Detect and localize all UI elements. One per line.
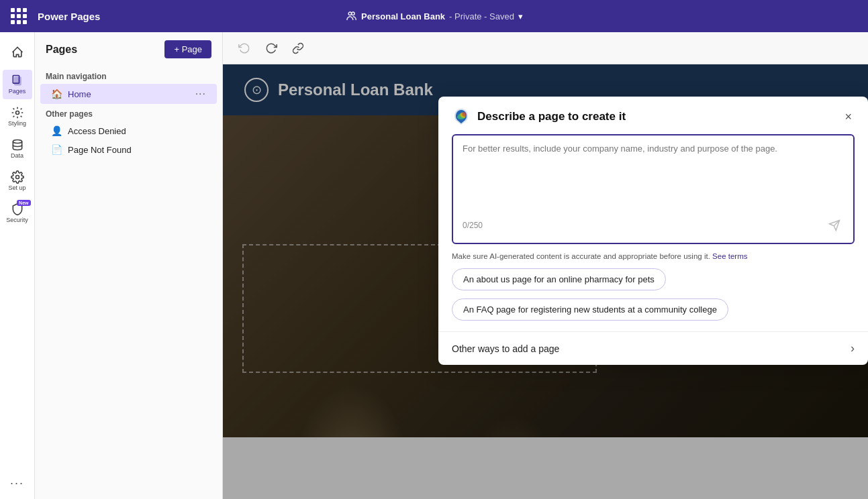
data-icon: [11, 138, 24, 152]
sidebar-security-label: Security: [6, 217, 28, 224]
sidebar-styling-label: Styling: [8, 121, 26, 127]
nav-item-home-label: Home: [68, 89, 91, 99]
nav-item-page-not-found-label: Page Not Found: [68, 145, 132, 155]
modal-footer-label: Other ways to add a page: [452, 343, 559, 354]
send-icon: [828, 219, 840, 231]
disclaimer-text: Make sure AI-generated content is accura…: [452, 252, 855, 260]
app-title: Power Pages: [38, 11, 100, 22]
modal-header: Describe a page to create it ×: [438, 97, 868, 134]
suggestion-button-1[interactable]: An FAQ page for registering new students…: [452, 298, 728, 321]
sidebar-more-button[interactable]: ···: [3, 472, 32, 494]
topbar: Power Pages Personal Loan Bank - Private…: [0, 0, 868, 32]
home-nav-icon: 🏠: [51, 89, 62, 99]
preview-area: ⊙ Personal Loan Bank: [223, 64, 868, 499]
char-count: 0/250: [463, 221, 483, 230]
site-meta: - Private - Saved: [449, 11, 514, 21]
svg-point-1: [351, 12, 354, 15]
more-dots-icon: ···: [10, 476, 24, 490]
modal-title: Describe a page to create it: [477, 110, 626, 123]
svg-point-6: [15, 176, 19, 179]
styling-icon: [11, 106, 24, 119]
toolbar: [223, 32, 868, 64]
access-denied-icon: 👤: [51, 125, 62, 136]
chevron-down-icon[interactable]: ▾: [518, 11, 523, 21]
sidebar-item-pages[interactable]: Pages: [3, 70, 32, 99]
prompt-input-wrap: 0/250: [452, 134, 855, 244]
topbar-site-info: Personal Loan Bank - Private - Saved ▾: [345, 10, 523, 22]
pages-icon: [11, 74, 24, 87]
sidebar-item-data[interactable]: Data: [3, 134, 32, 164]
svg-point-5: [13, 140, 21, 144]
sidebar-item-setup[interactable]: Set up: [3, 166, 32, 196]
sidebar-data-label: Data: [11, 153, 23, 160]
copilot-icon: [452, 107, 471, 126]
chevron-right-icon: ›: [851, 341, 855, 355]
sidebar-item-styling[interactable]: Styling: [3, 102, 32, 131]
sidebar-item-home[interactable]: [3, 38, 32, 67]
pages-panel-title: Pages: [46, 44, 77, 56]
suggestion-button-0[interactable]: An about us page for an online pharmacy …: [452, 268, 666, 290]
modal-close-button[interactable]: ×: [842, 108, 855, 125]
add-page-button[interactable]: + Page: [164, 40, 211, 58]
pages-panel: Pages + Page Main navigation 🏠 Home ··· …: [35, 32, 223, 499]
pages-panel-header: Pages + Page: [35, 40, 222, 66]
site-name: Personal Loan Bank: [361, 11, 445, 21]
nav-item-access-denied[interactable]: 👤 Access Denied: [40, 121, 217, 140]
main-layout: Pages Styling Data Set up New: [0, 32, 868, 499]
sidebar-pages-label: Pages: [9, 89, 26, 95]
nav-item-home[interactable]: 🏠 Home ···: [40, 84, 217, 104]
prompt-textarea[interactable]: [463, 144, 844, 211]
nav-item-page-not-found[interactable]: 📄 Page Not Found: [40, 140, 217, 159]
svg-rect-3: [14, 77, 20, 85]
main-nav-section-title: Main navigation: [35, 66, 222, 84]
apps-icon[interactable]: [8, 5, 30, 27]
content-area: ⊙ Personal Loan Bank: [223, 32, 868, 499]
modal-body: 0/250 Make sure AI-generated content is …: [438, 134, 868, 331]
modal-overlay: Describe a page to create it × 0/250: [223, 64, 868, 499]
redo-button[interactable]: [260, 38, 282, 59]
see-terms-link[interactable]: See terms: [712, 252, 747, 260]
page-not-found-icon: 📄: [51, 144, 62, 155]
sidebar-setup-label: Set up: [8, 185, 26, 192]
home-icon: [11, 46, 24, 59]
people-icon: [345, 10, 357, 22]
new-badge: New: [17, 200, 30, 206]
link-icon: [292, 42, 304, 54]
other-pages-section-title: Other pages: [35, 104, 222, 121]
modal-footer[interactable]: Other ways to add a page ›: [438, 331, 868, 365]
icon-sidebar: Pages Styling Data Set up New: [0, 32, 35, 499]
undo-icon: [238, 42, 250, 54]
send-button[interactable]: [825, 216, 844, 235]
nav-item-access-denied-label: Access Denied: [68, 126, 126, 136]
svg-point-4: [15, 111, 19, 115]
setup-icon: [11, 170, 24, 184]
redo-icon: [265, 42, 277, 54]
create-page-modal: Describe a page to create it × 0/250: [438, 97, 868, 365]
nav-item-home-menu[interactable]: ···: [195, 88, 206, 100]
sidebar-item-security[interactable]: New Security: [3, 199, 32, 228]
undo-button[interactable]: [234, 38, 255, 59]
link-button[interactable]: [287, 38, 309, 59]
